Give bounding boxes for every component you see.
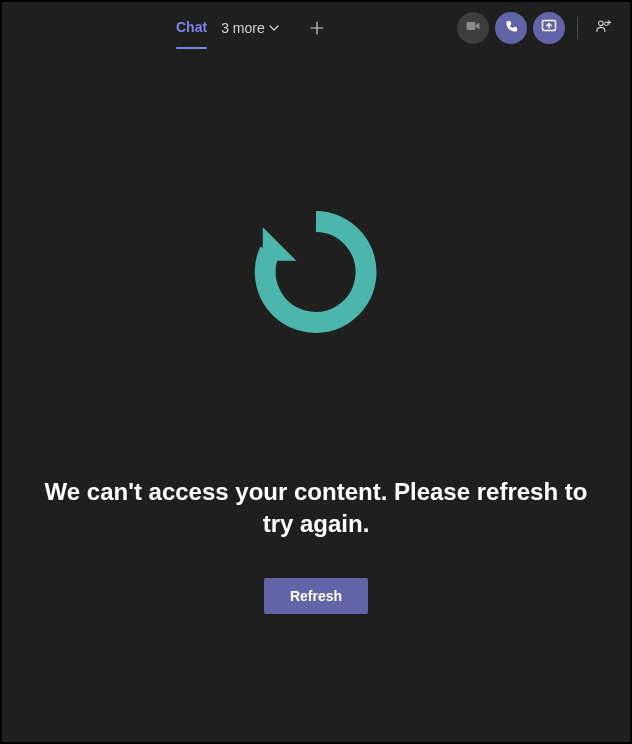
add-people-icon (595, 17, 613, 39)
svg-rect-0 (467, 22, 476, 30)
share-screen-icon (541, 18, 557, 38)
more-tabs-dropdown[interactable]: 3 more (221, 20, 279, 36)
header-divider (577, 17, 578, 39)
video-call-button[interactable] (457, 12, 489, 44)
phone-icon (504, 19, 519, 38)
error-message: We can't access your content. Please ref… (36, 476, 596, 541)
refresh-button[interactable]: Refresh (264, 578, 368, 614)
error-panel: We can't access your content. Please ref… (2, 54, 630, 742)
share-screen-button[interactable] (533, 12, 565, 44)
audio-call-button[interactable] (495, 12, 527, 44)
svg-point-2 (599, 21, 604, 26)
add-people-button[interactable] (590, 14, 618, 42)
header-actions (457, 12, 618, 44)
add-tab-button[interactable] (301, 12, 333, 44)
more-tabs-label: 3 more (221, 20, 265, 36)
chevron-down-icon (269, 20, 279, 36)
video-icon (465, 18, 481, 38)
tab-group: Chat 3 more (14, 7, 457, 49)
tab-chat[interactable]: Chat (176, 7, 207, 49)
chat-header: Chat 3 more (2, 2, 630, 54)
refresh-icon (246, 202, 386, 346)
